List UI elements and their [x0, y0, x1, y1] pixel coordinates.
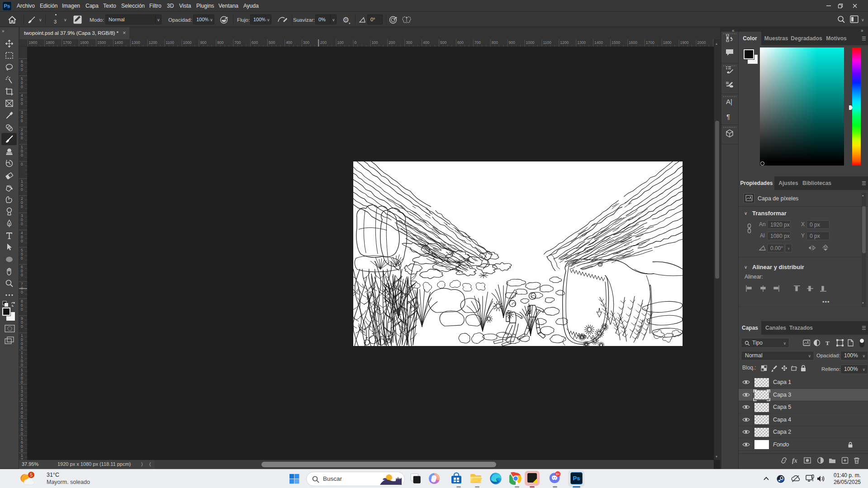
svg-text:900: 900: [509, 40, 515, 45]
svg-text:0: 0: [21, 448, 23, 453]
svg-text:0: 0: [21, 307, 23, 312]
svg-text:1800: 1800: [663, 40, 672, 45]
svg-text:1000: 1000: [526, 40, 535, 45]
svg-text:0: 0: [21, 187, 23, 192]
svg-text:1600: 1600: [629, 40, 637, 45]
svg-text:0: 0: [21, 397, 23, 402]
svg-text:¶: ¶: [726, 113, 730, 120]
svg-text:A|: A|: [726, 98, 732, 105]
svg-text:0: 0: [21, 431, 23, 436]
svg-text:fx: fx: [792, 457, 797, 464]
svg-text:T: T: [825, 340, 830, 346]
svg-text:1500: 1500: [97, 40, 106, 45]
svg-text:0: 0: [355, 40, 357, 45]
svg-text:1700: 1700: [646, 40, 655, 45]
svg-text:1300: 1300: [577, 40, 586, 45]
svg-text:600: 600: [251, 40, 258, 45]
svg-text:400: 400: [423, 40, 429, 45]
svg-text:500: 500: [440, 40, 446, 45]
svg-text:2000: 2000: [697, 40, 706, 45]
svg-text:1200: 1200: [560, 40, 569, 45]
svg-text:600: 600: [457, 40, 464, 45]
svg-text:300: 300: [303, 40, 309, 45]
svg-text:0: 0: [21, 118, 23, 123]
svg-text:1900: 1900: [28, 40, 37, 45]
svg-text:1900: 1900: [680, 40, 689, 45]
svg-text:100: 100: [371, 40, 378, 45]
svg-text:0: 0: [21, 290, 23, 294]
svg-text:700: 700: [234, 40, 241, 45]
svg-text:0: 0: [21, 153, 23, 157]
svg-text:9+: 9+: [556, 472, 560, 476]
svg-text:1600: 1600: [80, 40, 89, 45]
svg-text:1100: 1100: [166, 40, 175, 45]
svg-text:0: 0: [21, 273, 23, 277]
svg-text:900: 900: [200, 40, 206, 45]
svg-text:0: 0: [21, 85, 23, 89]
svg-text:0: 0: [21, 380, 23, 384]
svg-text:200: 200: [320, 40, 327, 45]
svg-text:0: 0: [21, 136, 23, 140]
svg-text:1200: 1200: [149, 40, 157, 45]
svg-text:700: 700: [474, 40, 481, 45]
svg-text:1100: 1100: [543, 40, 551, 45]
svg-text:0: 0: [21, 162, 23, 166]
svg-text:0: 0: [21, 363, 23, 367]
svg-text:0: 0: [21, 67, 23, 72]
svg-text:500: 500: [269, 40, 275, 45]
svg-text:300: 300: [406, 40, 412, 45]
svg-text:0: 0: [21, 222, 23, 226]
svg-text:100: 100: [337, 40, 344, 45]
svg-text:1500: 1500: [612, 40, 620, 45]
svg-text:0: 0: [21, 101, 23, 106]
svg-text:1400: 1400: [114, 40, 123, 45]
svg-text:0: 0: [21, 204, 23, 209]
svg-text:1300: 1300: [132, 40, 140, 45]
svg-text:0: 0: [21, 239, 23, 243]
svg-text:800: 800: [217, 40, 223, 45]
svg-text:1000: 1000: [183, 40, 192, 45]
svg-text:0: 0: [21, 324, 23, 329]
svg-text:5: 5: [30, 473, 33, 478]
svg-text:200: 200: [389, 40, 395, 45]
svg-text:800: 800: [492, 40, 498, 45]
svg-text:0: 0: [21, 346, 23, 350]
svg-text:1400: 1400: [594, 40, 603, 45]
svg-text:0: 0: [21, 256, 23, 261]
svg-text:1700: 1700: [63, 40, 71, 45]
svg-text:1800: 1800: [46, 40, 54, 45]
svg-text:400: 400: [286, 40, 292, 45]
svg-text:0: 0: [21, 414, 23, 419]
